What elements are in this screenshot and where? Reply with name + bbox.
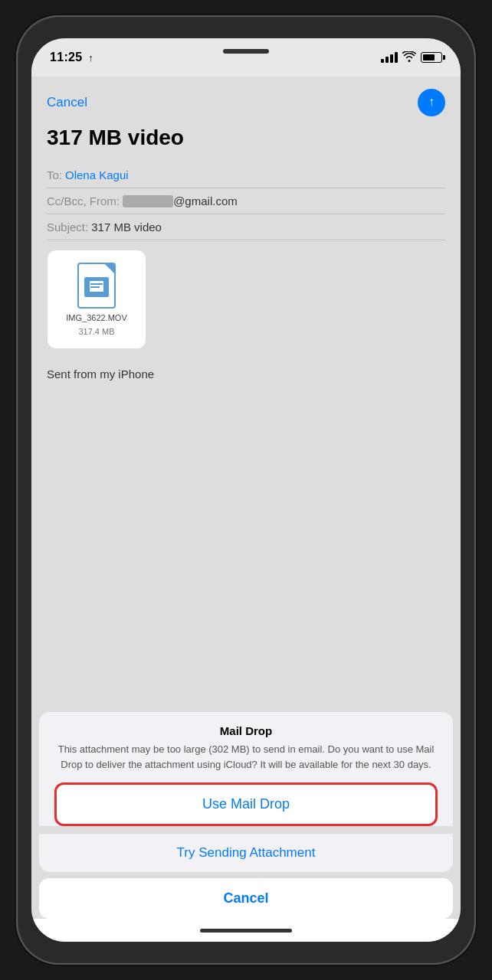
from-email-blurred — [123, 195, 173, 207]
compose-header: Cancel ↑ — [47, 89, 445, 116]
status-icons — [381, 51, 442, 64]
location-icon: ↑ — [88, 52, 93, 64]
home-bar — [200, 929, 292, 933]
svg-rect-1 — [90, 283, 103, 285]
to-field: To: Olena Kagui — [47, 162, 445, 188]
bottom-sheet: Mail Drop This attachment may be too lar… — [31, 712, 461, 942]
cancel-action-wrapper: Cancel — [39, 878, 453, 919]
from-email-domain: @gmail.com — [173, 194, 238, 207]
attachment-filesize: 317.4 MB — [78, 327, 114, 336]
try-sending-button[interactable]: Try Sending Attachment — [39, 833, 453, 872]
subject-label: Subject: — [47, 220, 88, 234]
send-button[interactable]: ↑ — [418, 89, 445, 116]
wifi-icon — [402, 51, 416, 64]
alert-panel: Mail Drop This attachment may be too lar… — [39, 712, 453, 826]
home-indicator — [31, 919, 461, 942]
alert-cancel-button[interactable]: Cancel — [39, 878, 453, 919]
try-sending-wrapper: Try Sending Attachment — [39, 832, 453, 872]
compose-cancel-button[interactable]: Cancel — [47, 95, 87, 110]
cc-bcc-field: Cc/Bcc, From: @gmail.com — [47, 188, 445, 214]
screen: 11:25 ↑ — [31, 38, 461, 942]
phone-frame: 11:25 ↑ — [16, 15, 476, 965]
signal-icon — [381, 52, 398, 63]
file-icon — [77, 263, 116, 309]
status-time: 11:25 ↑ — [50, 51, 93, 64]
status-bar: 11:25 ↑ — [31, 38, 461, 77]
alert-title: Mail Drop — [54, 724, 438, 737]
use-mail-drop-button[interactable]: Use Mail Drop — [54, 782, 438, 826]
file-icon-label — [84, 277, 109, 297]
subject-field[interactable]: Subject: 317 MB video — [47, 214, 445, 240]
to-label: To: — [47, 168, 62, 181]
alert-message: This attachment may be too large (302 MB… — [54, 742, 438, 772]
battery-icon — [421, 52, 442, 63]
email-title: 317 MB video — [47, 126, 445, 150]
attachment-filename: IMG_3622.MOV — [66, 313, 126, 322]
send-arrow-icon: ↑ — [428, 95, 435, 109]
speaker-notch — [223, 49, 269, 54]
attachment-box[interactable]: IMG_3622.MOV 317.4 MB — [47, 250, 146, 349]
svg-rect-2 — [90, 286, 100, 288]
cc-bcc-label: Cc/Bcc, From: — [47, 194, 120, 207]
subject-value: 317 MB video — [91, 220, 162, 234]
alert-container: Mail Drop This attachment may be too lar… — [39, 712, 453, 872]
to-value[interactable]: Olena Kagui — [65, 168, 129, 181]
attachment-area: IMG_3622.MOV 317.4 MB Sent from my iPhon… — [47, 250, 445, 381]
email-signature: Sent from my iPhone — [47, 368, 445, 381]
